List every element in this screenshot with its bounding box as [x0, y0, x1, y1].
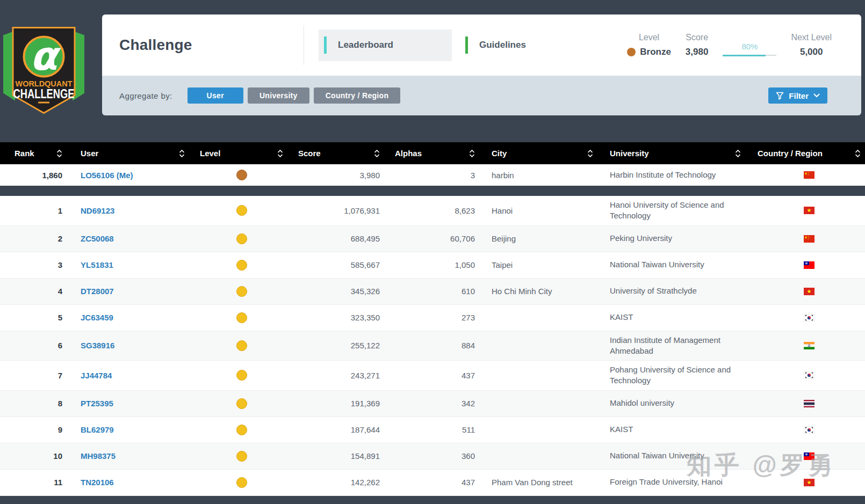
progress-track: [723, 55, 776, 56]
alphas-cell: 342: [390, 395, 484, 412]
sort-icon[interactable]: [587, 150, 593, 157]
flag-thailand-icon: [804, 400, 814, 407]
column-header-score[interactable]: Score: [293, 142, 390, 164]
sort-icon[interactable]: [469, 150, 475, 157]
table-row: 2ZC50068688,49560,706BeijingPeking Unive…: [0, 226, 865, 252]
alphas-cell: 511: [390, 421, 484, 438]
user-link[interactable]: BL62979: [81, 425, 114, 434]
alphas-cell: 1,050: [390, 257, 484, 273]
user-link[interactable]: ND69123: [81, 206, 114, 215]
tab-leaderboard[interactable]: Leaderboard: [319, 30, 452, 61]
aggregate-user-button[interactable]: User: [188, 87, 243, 104]
alphas-cell: 610: [390, 283, 484, 300]
bronze-dot-icon: [627, 48, 636, 56]
me-table-row: 1,860LO56106 (Me)3,9803harbinHarbin Inst…: [0, 164, 865, 186]
city-cell: Pham Van Dong street: [484, 474, 602, 491]
column-header-city[interactable]: City: [484, 142, 602, 164]
level-gold-dot-icon: [236, 477, 247, 488]
level-gold-dot-icon: [236, 260, 247, 271]
rank-cell: 2: [0, 230, 70, 247]
university-cell: KAIST: [602, 308, 749, 326]
alphas-cell: 8,623: [390, 202, 484, 219]
alphas-cell: 60,706: [390, 230, 484, 247]
city-cell: [484, 314, 602, 322]
aggregate-university-button[interactable]: University: [248, 87, 309, 104]
level-label: Level: [627, 33, 671, 42]
column-header-user[interactable]: User: [70, 142, 193, 164]
alphas-cell: 437: [390, 367, 484, 384]
rank-cell: 7: [0, 367, 70, 384]
column-header-rank[interactable]: Rank: [0, 142, 70, 164]
score-cell: 345,326: [293, 283, 390, 300]
city-cell: Hanoi: [484, 202, 602, 219]
column-header-country[interactable]: Country / Region: [749, 142, 865, 164]
aggregate-by-label: Aggregate by:: [119, 91, 172, 100]
user-link[interactable]: PT25395: [81, 399, 113, 408]
logo-challenge-text: CHALLENGE: [13, 87, 75, 101]
rank-cell: 4: [0, 283, 70, 300]
sort-icon[interactable]: [179, 150, 185, 157]
user-link[interactable]: JJ44784: [81, 371, 112, 380]
user-link[interactable]: JC63459: [81, 313, 113, 322]
level-stats: Level Bronze Score 3,980 80%: [627, 33, 832, 57]
table-gap-divider: [0, 186, 865, 196]
table-row: 11TN20106142,262437Pham Van Dong streetF…: [0, 470, 865, 496]
title-section: Challenge: [102, 25, 304, 65]
city-cell: Ho Chi Minh City: [484, 283, 602, 300]
leaderboard-rows: 1ND691231,076,9318,623HanoiHanoi Univers…: [0, 196, 865, 496]
worldquant-challenge-logo[interactable]: α WORLDQUANT CHALLENGE: [2, 14, 85, 115]
alpha-symbol: α: [30, 33, 61, 79]
score-label: Score: [686, 33, 709, 42]
table-row: 7JJ44784243,271437Pohang University of S…: [0, 361, 865, 391]
tab-guidelines-label: Guidelines: [479, 40, 526, 50]
flag-taiwan-icon: [804, 452, 814, 460]
sort-icon[interactable]: [735, 150, 741, 157]
sort-icon[interactable]: [277, 150, 283, 157]
score-cell: 255,122: [293, 337, 390, 354]
worldquant-challenge-page: α WORLDQUANT CHALLENGE Challenge Leaderb…: [0, 0, 865, 504]
user-link[interactable]: TN20106: [81, 478, 114, 487]
city-cell: [484, 342, 602, 349]
column-header-university[interactable]: University: [602, 142, 749, 164]
user-link[interactable]: DT28007: [81, 287, 114, 296]
tab-guidelines[interactable]: Guidelines: [465, 30, 546, 61]
rank-cell: 1: [0, 202, 70, 219]
column-header-alphas[interactable]: Alphas: [390, 142, 484, 164]
funnel-icon: [776, 92, 784, 100]
next-level-value: 5,000: [791, 47, 832, 57]
column-header-level[interactable]: Level: [193, 142, 293, 164]
sort-icon[interactable]: [374, 150, 380, 157]
user-link[interactable]: LO56106 (Me): [81, 171, 133, 180]
university-cell: Mahidol university: [602, 394, 749, 412]
alphas-cell: 437: [390, 474, 484, 491]
user-link[interactable]: SG38916: [81, 341, 114, 350]
level-gold-dot-icon: [236, 286, 247, 297]
university-cell: Peking University: [602, 229, 749, 247]
table-row: 9BL62979187,644511KAIST: [0, 417, 865, 443]
table-row: 8PT25395191,369342Mahidol university: [0, 391, 865, 417]
filter-button[interactable]: Filter: [768, 87, 827, 104]
leaderboard-table: Rank User Level Score Alphas City Univer…: [0, 142, 865, 496]
table-row: 6SG38916255,122884Indian Institute of Ma…: [0, 331, 865, 361]
leaderboard-me-section: 1,860LO56106 (Me)3,9803harbinHarbin Inst…: [0, 164, 865, 186]
university-cell: National Taiwan University: [602, 447, 749, 465]
user-link[interactable]: YL51831: [81, 260, 113, 269]
flag-china-icon: [804, 235, 814, 243]
user-link[interactable]: MH98375: [81, 451, 116, 461]
university-cell: Pohang University of Science and Technol…: [602, 361, 749, 390]
flag-vietnam-icon: [804, 207, 814, 214]
rank-cell: 11: [0, 474, 70, 491]
rank-cell: 9: [0, 421, 70, 438]
flag-south-korea-icon: [804, 371, 814, 379]
sort-icon[interactable]: [56, 150, 62, 157]
score-cell: 585,667: [293, 257, 390, 273]
sort-icon[interactable]: [855, 150, 861, 157]
score-cell: 3,980: [293, 167, 390, 184]
aggregate-country-button[interactable]: Country / Region: [314, 87, 401, 104]
score-cell: 1,076,931: [293, 202, 390, 219]
university-cell: KAIST: [602, 420, 749, 439]
table-row: 5JC63459323,350273KAIST: [0, 305, 865, 331]
score-cell: 142,262: [293, 474, 390, 491]
user-link[interactable]: ZC50068: [81, 234, 114, 243]
tab-bar: Leaderboard Guidelines: [319, 30, 546, 61]
